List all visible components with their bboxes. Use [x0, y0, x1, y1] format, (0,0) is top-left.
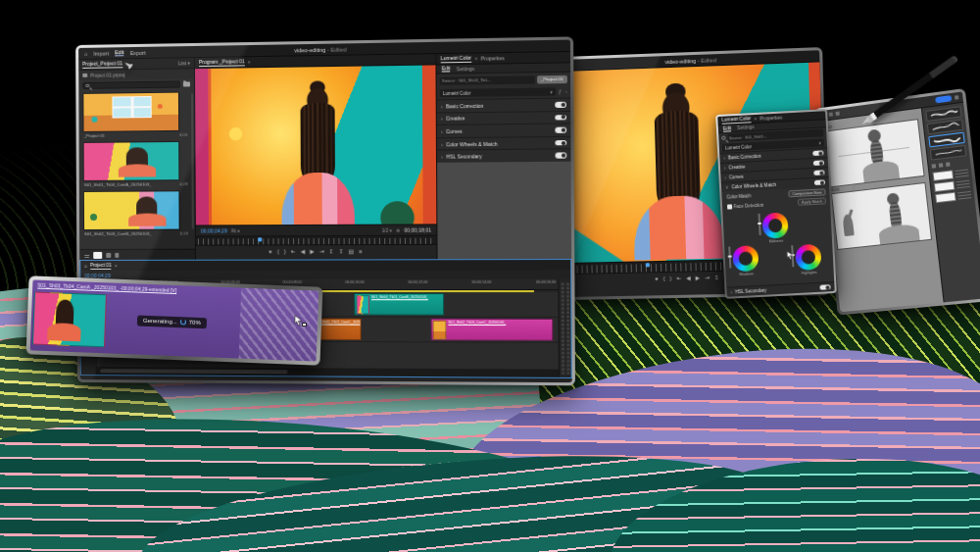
highlights-wheel[interactable] [795, 244, 821, 271]
brush-preset[interactable] [930, 145, 966, 161]
play-button[interactable]: ▶ [310, 250, 314, 256]
step-back-button[interactable]: ◀ [686, 276, 690, 282]
lift-button[interactable]: ↥ [714, 276, 719, 281]
video-subject [281, 80, 355, 225]
tab-program[interactable]: Program _Project 01 [199, 58, 245, 67]
panel-menu-icon[interactable]: ≡ [84, 263, 87, 268]
clip-label: S01_Sh03_Tk04_CamA _20250103_ -00;00;04;… [37, 282, 176, 293]
tool-icon[interactable] [955, 95, 959, 100]
toggle[interactable] [555, 115, 566, 121]
marker-button[interactable]: ● [269, 250, 271, 256]
toggle[interactable] [813, 170, 824, 176]
fit-dropdown[interactable]: Fit ▾ [231, 228, 240, 233]
storyboard-frame[interactable] [824, 119, 925, 187]
toggle[interactable] [812, 150, 823, 156]
list-view-icon[interactable] [84, 252, 89, 257]
close-icon[interactable]: × [754, 116, 757, 122]
layer-row[interactable] [935, 190, 971, 203]
view-mode-dropdown[interactable]: List ▾ [178, 60, 190, 66]
playhead[interactable] [646, 263, 650, 267]
tab-properties[interactable]: Properties [481, 55, 505, 62]
mark-out-button[interactable]: } [670, 276, 672, 282]
new-item-icon[interactable] [106, 252, 111, 257]
tab-properties[interactable]: Properties [760, 115, 782, 122]
toggle[interactable] [555, 127, 566, 133]
floating-generating-clip[interactable]: S01_Sh03_Tk04_CamA _20250103_ -00;00;04;… [26, 276, 323, 365]
mouse-cursor [785, 249, 797, 265]
toggle[interactable] [813, 160, 824, 166]
clip-thumbnail [32, 291, 107, 347]
primary-action-button[interactable] [935, 95, 952, 103]
marker-button[interactable]: ● [655, 276, 659, 282]
playhead[interactable] [258, 237, 262, 241]
lumetri-floating-panel: Lumetri Color × Properties Edit Settings… [715, 109, 837, 299]
list-item[interactable]: S01_Sh01_Tk04_CamA_20250103_4;29 [83, 141, 189, 189]
current-timecode: 00;00;04;29 [201, 227, 227, 233]
shadows-wheel[interactable] [732, 245, 759, 272]
lumetri-preset-dropdown[interactable]: Lumetri Color▾ [440, 87, 556, 97]
wheel-label: Shadows [734, 272, 760, 276]
toggle[interactable] [555, 102, 566, 108]
face-detection-checkbox[interactable]: Face Detection [727, 203, 764, 210]
midtones-wheel[interactable] [761, 212, 788, 238]
tab-lumetri-color[interactable]: Lumetri Color [721, 115, 751, 125]
monitor-scrub-ruler[interactable] [196, 235, 437, 245]
shadows-slider[interactable] [728, 247, 731, 269]
go-to-in-button[interactable]: ⇤ [676, 276, 681, 282]
toggle[interactable] [819, 284, 830, 290]
search-input[interactable] [82, 80, 180, 88]
step-back-button[interactable]: ◀ [301, 250, 305, 256]
panel-icon[interactable] [946, 162, 951, 167]
folder-icon[interactable] [183, 81, 190, 86]
mark-in-button[interactable]: { [663, 276, 665, 282]
list-item[interactable]: _Project 014;00 [82, 91, 188, 139]
program-video-frame [195, 65, 436, 225]
apply-match-button[interactable]: Apply Match [798, 197, 826, 206]
fx-bypass-icon[interactable]: ƒ [559, 89, 562, 94]
panel-icon[interactable] [932, 164, 937, 169]
reset-icon[interactable]: ◔ [564, 89, 567, 94]
toggle[interactable] [814, 179, 825, 185]
close-icon[interactable]: × [248, 59, 251, 65]
section-color-wheels[interactable]: › Color Wheels & Match [437, 136, 571, 150]
close-icon[interactable]: × [474, 56, 477, 62]
tab-lumetri-color[interactable]: Lumetri Color [441, 55, 472, 64]
new-bin-icon[interactable] [93, 251, 102, 258]
list-item[interactable]: S01_Sh02_Tk03_CamB_20250103_3;19 [83, 190, 189, 238]
comparison-view-button[interactable]: Comparison View [789, 188, 826, 197]
clip-source-field[interactable]: Source · S01_Sh03_Tk0… [440, 75, 535, 85]
resolution-dropdown[interactable]: 1/2 ▾ [382, 227, 392, 232]
storyboard-frame[interactable] [831, 182, 932, 250]
subtab-settings[interactable]: Settings [737, 125, 755, 130]
tool-icon[interactable] [835, 112, 839, 117]
search-icon [721, 136, 725, 140]
toggle[interactable] [556, 153, 567, 159]
play-button[interactable]: ▶ [696, 276, 700, 282]
go-to-out-button[interactable]: ⇥ [319, 250, 324, 256]
tab-project[interactable]: Project_Project 01 [82, 60, 122, 69]
section-hsl-secondary[interactable]: › HSL Secondary [437, 149, 571, 163]
tab-timeline[interactable]: Project 01 [90, 262, 112, 269]
subtab-edit[interactable]: Edit [442, 66, 451, 72]
subtab-edit[interactable]: Edit [723, 125, 732, 131]
midtones-slider[interactable] [758, 214, 760, 235]
mark-out-button[interactable]: } [284, 250, 286, 256]
subtab-settings[interactable]: Settings [457, 66, 474, 71]
trash-icon[interactable] [115, 252, 119, 257]
settings-menu-button[interactable]: ≡ [359, 249, 362, 255]
target-sequence-button[interactable]: _Project 01 [537, 75, 567, 83]
export-frame-button[interactable]: ▤ [349, 249, 354, 255]
mark-in-button[interactable]: { [277, 250, 279, 256]
extract-button[interactable]: ↧ [339, 250, 344, 256]
lift-button[interactable]: ↥ [329, 250, 334, 256]
tool-icon[interactable] [829, 112, 833, 117]
panel-icon[interactable] [939, 163, 944, 168]
wrench-icon[interactable]: ⚙ [396, 227, 400, 232]
timeline-clip-magenta[interactable]: S01_Sh02_Tk03_CamC_20250103_ [431, 319, 554, 341]
go-to-out-button[interactable]: ⇥ [705, 276, 710, 281]
scrollbar[interactable] [191, 93, 194, 228]
close-icon[interactable]: × [115, 263, 118, 269]
toggle[interactable] [555, 140, 566, 146]
timeline-clip-teal[interactable]: S01_Sh04_Tk01_CamB_20250103_ [354, 293, 444, 316]
go-to-in-button[interactable]: ⇤ [291, 250, 296, 256]
